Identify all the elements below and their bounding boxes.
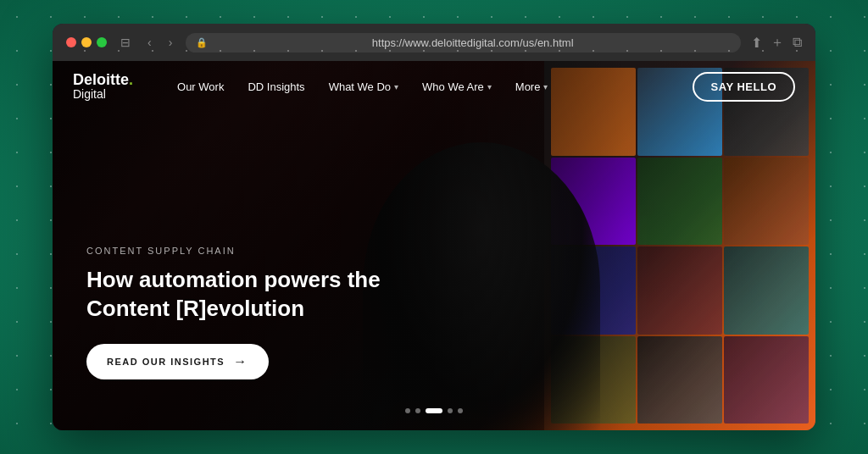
tab-switcher-button[interactable]: ⧉	[793, 35, 802, 50]
slide-indicators	[405, 408, 463, 413]
browser-actions: ⬆ ＋ ⧉	[751, 34, 802, 52]
nav-item-more[interactable]: More ▾	[505, 75, 559, 98]
cta-label: READ OUR INSIGHTS	[107, 357, 225, 367]
navbar: Deloitte. Digital Our Work DD Insights W…	[53, 61, 815, 112]
forward-icon: ›	[169, 36, 173, 49]
minimize-button[interactable]	[81, 37, 92, 47]
nav-item-what-we-do[interactable]: What We Do ▾	[319, 75, 409, 98]
chevron-down-icon: ▾	[487, 82, 492, 91]
nav-item-label: DD Insights	[248, 80, 304, 93]
back-button[interactable]: ‹	[144, 35, 155, 50]
address-bar-container: 🔒	[186, 33, 741, 53]
website: Deloitte. Digital Our Work DD Insights W…	[53, 61, 815, 430]
nav-item-label: What We Do	[329, 80, 391, 93]
slide-dot-4[interactable]	[448, 408, 453, 413]
nav-item-who-we-are[interactable]: Who We Are ▾	[412, 75, 502, 98]
hero-category: CONTENT SUPPLY CHAIN	[86, 246, 442, 256]
logo-area: Deloitte. Digital	[73, 72, 133, 101]
close-button[interactable]	[66, 37, 76, 47]
chevron-down-icon: ▾	[543, 82, 548, 91]
nav-items: Our Work DD Insights What We Do ▾ Who We…	[167, 75, 693, 98]
maximize-button[interactable]	[97, 37, 107, 47]
logo-dot: .	[129, 71, 133, 88]
nav-item-label: More	[515, 80, 541, 93]
hero-content: CONTENT SUPPLY CHAIN How automation powe…	[86, 246, 442, 379]
slide-dot-2[interactable]	[415, 408, 420, 413]
nav-item-label: Our Work	[177, 80, 224, 93]
traffic-lights	[66, 37, 107, 47]
say-hello-button[interactable]: SAY HELLO	[693, 72, 795, 102]
back-icon: ‹	[147, 36, 152, 49]
share-button[interactable]: ⬆	[751, 35, 762, 51]
forward-button[interactable]: ›	[165, 35, 176, 50]
hero-title: How automation powers the Content [R]evo…	[86, 266, 442, 324]
lock-icon: 🔒	[196, 37, 208, 48]
logo-deloitte: Deloitte.	[73, 72, 133, 87]
logo-digital: Digital	[73, 87, 133, 101]
browser-window: ⊟ ‹ › 🔒 ⬆ ＋ ⧉	[53, 24, 815, 430]
browser-chrome: ⊟ ‹ › 🔒 ⬆ ＋ ⧉	[53, 24, 815, 61]
nav-item-our-work[interactable]: Our Work	[167, 75, 234, 98]
slide-dot-5[interactable]	[458, 408, 463, 413]
address-bar[interactable]	[214, 36, 731, 49]
sidebar-toggle-button[interactable]: ⊟	[117, 35, 134, 50]
arrow-right-icon: →	[233, 354, 248, 369]
sidebar-icon: ⊟	[120, 36, 131, 49]
slide-dot-3-active[interactable]	[426, 408, 442, 413]
read-insights-button[interactable]: READ OUR INSIGHTS →	[86, 344, 269, 379]
logo-brand-text: Deloitte	[73, 71, 129, 88]
chevron-down-icon: ▾	[394, 82, 398, 91]
new-tab-button[interactable]: ＋	[771, 34, 784, 52]
nav-item-dd-insights[interactable]: DD Insights	[237, 75, 314, 98]
nav-item-label: Who We Are	[422, 80, 484, 93]
slide-dot-1[interactable]	[405, 408, 410, 413]
